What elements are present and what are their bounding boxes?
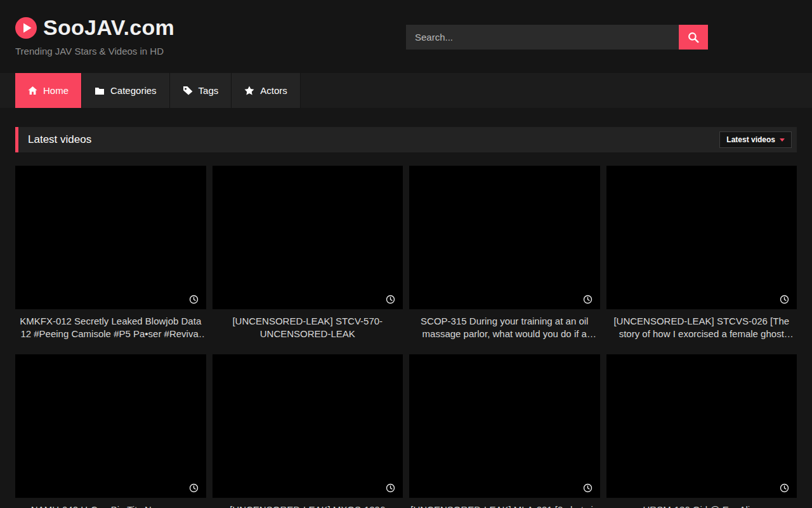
logo-text: SooJAV.com xyxy=(43,15,174,40)
video-title[interactable]: [UNCENSORED-LEAK] MXGS-1296 Absolutely xyxy=(214,504,402,508)
clock-icon xyxy=(189,483,199,493)
nav-item-tags[interactable]: Tags xyxy=(170,73,232,108)
caret-down-icon xyxy=(780,138,785,142)
search-input[interactable] xyxy=(406,25,679,50)
section-header: Latest videos Latest videos xyxy=(15,127,797,152)
video-thumbnail[interactable] xyxy=(15,354,206,498)
nav-item-actors[interactable]: Actors xyxy=(232,73,301,108)
video-title[interactable]: URSM-186 Girl @ Era Alice xyxy=(608,504,796,508)
section-title: Latest videos xyxy=(28,133,91,146)
video-title[interactable]: SCOP-315 During your training at an oil … xyxy=(410,315,599,340)
search-button[interactable] xyxy=(679,25,708,50)
video-grid: KMKFX-012 Secretly Leaked Blowjob Data 1… xyxy=(15,166,797,508)
video-card[interactable]: NAMH-042 H-Cup Big Tits Newcomer (170cm … xyxy=(15,354,206,508)
clock-icon xyxy=(780,295,789,304)
folder-icon xyxy=(95,86,105,95)
video-card[interactable]: [UNCENSORED-LEAK] MLA-231 [3 shots in xyxy=(409,354,600,508)
clock-icon xyxy=(780,483,789,493)
video-thumbnail[interactable] xyxy=(606,166,797,309)
video-thumbnail[interactable] xyxy=(409,354,600,498)
search-form xyxy=(406,25,708,50)
nav-item-home[interactable]: Home xyxy=(15,73,82,108)
video-card[interactable]: SCOP-315 During your training at an oil … xyxy=(409,166,600,340)
video-thumbnail[interactable] xyxy=(213,166,403,309)
play-icon xyxy=(15,17,37,39)
nav-item-label: Categories xyxy=(110,85,157,96)
main-nav: Home Categories Tags Actors xyxy=(0,73,812,108)
video-card[interactable]: URSM-186 Girl @ Era Alice xyxy=(606,354,797,508)
clock-icon xyxy=(583,483,593,493)
nav-item-label: Actors xyxy=(260,85,287,96)
video-title[interactable]: [UNCENSORED-LEAK] STCVS-026 [The story o… xyxy=(608,315,796,340)
search-icon xyxy=(688,32,699,43)
video-thumbnail[interactable] xyxy=(409,166,600,309)
video-title[interactable]: NAMH-042 H-Cup Big Tits Newcomer (170cm … xyxy=(16,504,205,508)
video-title[interactable]: KMKFX-012 Secretly Leaked Blowjob Data 1… xyxy=(16,315,205,340)
clock-icon xyxy=(386,295,395,304)
clock-icon xyxy=(583,295,593,304)
clock-icon xyxy=(386,483,395,493)
site-logo[interactable]: SooJAV.com xyxy=(15,15,174,40)
video-card[interactable]: [UNCENSORED-LEAK] MXGS-1296 Absolutely xyxy=(213,354,403,508)
video-thumbnail[interactable] xyxy=(213,354,403,498)
video-card[interactable]: KMKFX-012 Secretly Leaked Blowjob Data 1… xyxy=(15,166,206,340)
video-title[interactable]: [UNCENSORED-LEAK] STCV-570-UNCENSORED-LE… xyxy=(214,315,402,340)
main-content: Latest videos Latest videos KMKFX-012 Se… xyxy=(0,127,812,508)
sort-dropdown-button[interactable]: Latest videos xyxy=(719,131,792,148)
nav-item-label: Tags xyxy=(199,85,219,96)
sort-dropdown-label: Latest videos xyxy=(726,135,775,144)
site-tagline: Trending JAV Stars & Videos in HD xyxy=(15,46,164,57)
clock-icon xyxy=(189,295,199,304)
nav-item-categories[interactable]: Categories xyxy=(82,73,170,108)
nav-item-label: Home xyxy=(43,85,69,96)
video-thumbnail[interactable] xyxy=(15,166,206,309)
video-card[interactable]: [UNCENSORED-LEAK] STCVS-026 [The story o… xyxy=(606,166,797,340)
video-thumbnail[interactable] xyxy=(606,354,797,498)
home-icon xyxy=(28,86,37,95)
site-header: SooJAV.com Trending JAV Stars & Videos i… xyxy=(0,0,812,73)
star-icon xyxy=(244,86,254,95)
video-title[interactable]: [UNCENSORED-LEAK] MLA-231 [3 shots in xyxy=(410,504,599,508)
tag-icon xyxy=(183,86,193,95)
video-card[interactable]: [UNCENSORED-LEAK] STCV-570-UNCENSORED-LE… xyxy=(213,166,403,340)
